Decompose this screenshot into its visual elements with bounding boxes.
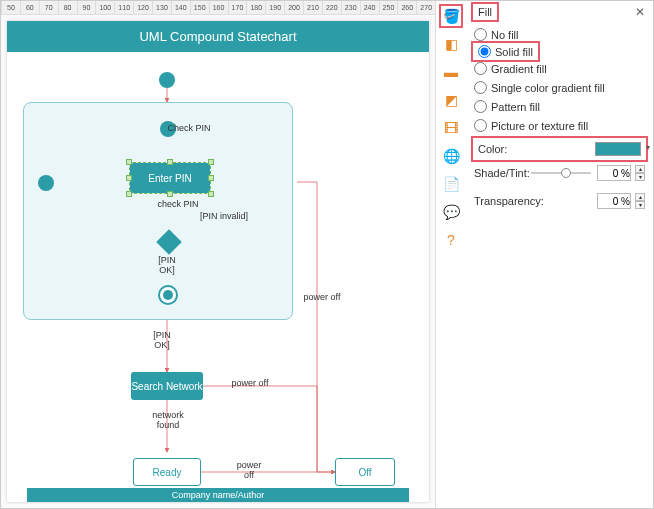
node-enter-pin[interactable]: Enter PIN: [130, 163, 210, 193]
film-icon[interactable]: 🎞: [442, 119, 460, 137]
panel-title: Fill: [474, 5, 496, 19]
close-icon[interactable]: ✕: [635, 5, 645, 19]
label-power-off-2: power off: [229, 460, 269, 480]
color-label: Color:: [478, 143, 507, 155]
uml-diagram[interactable]: Check PIN Enter PIN check PIN [PIN inval…: [7, 52, 429, 483]
globe-icon[interactable]: 🌐: [442, 147, 460, 165]
radio-pattern-fill[interactable]: Pattern fill: [474, 97, 645, 116]
tool-strip: 🪣 ◧ ▬ ◩ 🎞 🌐 📄 💬 ?: [436, 1, 466, 508]
node-search-network[interactable]: Search Network: [131, 372, 203, 400]
radio-solid-fill[interactable]: Solid fill: [474, 44, 537, 59]
shade-down[interactable]: ▾: [635, 173, 645, 181]
page-title: UML Compound Statechart: [7, 21, 429, 52]
label-power-off-1: power off: [225, 378, 275, 388]
label-pin-invalid: [PIN invalid]: [184, 211, 264, 221]
radio-no-fill[interactable]: No fill: [474, 25, 645, 44]
color-row: Color:: [474, 139, 645, 159]
label-pin-ok-2: [PIN OK]: [147, 330, 177, 350]
radio-single-gradient[interactable]: Single color gradient fill: [474, 78, 645, 97]
page-footer: Company name/Author: [27, 488, 409, 502]
canvas-area[interactable]: 5060708090100110120130140150160170180190…: [1, 1, 435, 508]
radio-gradient-fill[interactable]: Gradient fill: [474, 59, 645, 78]
page: UML Compound Statechart: [7, 21, 429, 502]
fill-panel: 🪣 ◧ ▬ ◩ 🎞 🌐 📄 💬 ? Fill ✕ No fill Solid f…: [435, 1, 653, 508]
page-icon[interactable]: 📄: [442, 175, 460, 193]
label-pin-ok-1: [PIN OK]: [152, 255, 182, 275]
shadow-icon[interactable]: ◩: [442, 91, 460, 109]
transparency-row: Transparency: ▴▾: [474, 187, 645, 215]
initial-state-outer[interactable]: [159, 72, 175, 88]
node-off[interactable]: Off: [335, 458, 395, 486]
ruler-horizontal: 5060708090100110120130140150160170180190…: [1, 1, 435, 15]
shade-slider[interactable]: [531, 172, 591, 174]
shade-input[interactable]: [597, 165, 631, 181]
square-icon[interactable]: ◧: [442, 35, 460, 53]
shade-row: Shade/Tint: ▴▾: [474, 159, 645, 187]
entry-point[interactable]: [38, 175, 54, 191]
label-network-found: network found: [143, 410, 193, 430]
line-icon[interactable]: ▬: [442, 63, 460, 81]
shade-up[interactable]: ▴: [635, 165, 645, 173]
help-icon[interactable]: ?: [442, 231, 460, 249]
color-picker[interactable]: [595, 142, 641, 156]
radio-picture-fill[interactable]: Picture or texture fill: [474, 116, 645, 135]
transparency-input[interactable]: [597, 193, 631, 209]
transparency-up[interactable]: ▴: [635, 193, 645, 201]
node-ready[interactable]: Ready: [133, 458, 201, 486]
final-state-inner[interactable]: [158, 285, 178, 305]
decision-node[interactable]: [156, 229, 181, 254]
transparency-down[interactable]: ▾: [635, 201, 645, 209]
label-power-off-top: power off: [297, 292, 347, 302]
tooltip-icon[interactable]: 💬: [442, 203, 460, 221]
composite-state[interactable]: Check PIN Enter PIN check PIN [PIN inval…: [23, 102, 293, 320]
label-check-pin: Check PIN: [154, 123, 224, 133]
label-recheck: check PIN: [148, 199, 208, 209]
paint-bucket-icon[interactable]: 🪣: [442, 7, 460, 25]
